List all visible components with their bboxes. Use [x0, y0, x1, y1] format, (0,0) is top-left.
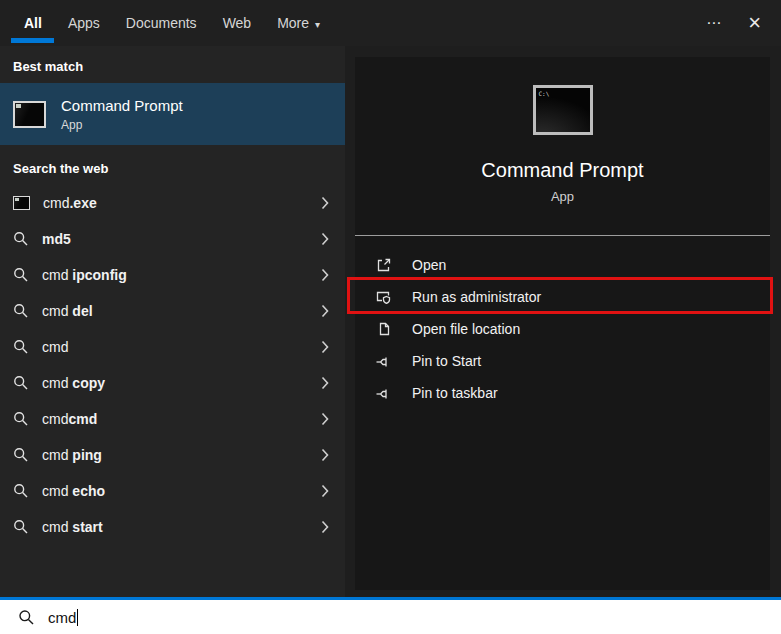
window-controls: ⋯ × — [706, 12, 761, 34]
search-icon — [13, 267, 29, 283]
tab-more-label: More — [277, 15, 309, 31]
suggestion-label: cmd.exe — [43, 195, 97, 211]
search-filter-bar: All Apps Documents Web More▾ ⋯ × — [0, 0, 781, 46]
command-prompt-icon — [13, 196, 30, 210]
suggestion-text: cmd — [43, 195, 69, 211]
suggestion-label: cmd ping — [42, 447, 102, 463]
search-suggestion-row[interactable]: cmd — [0, 329, 345, 365]
search-icon — [13, 519, 29, 535]
search-icon — [18, 609, 35, 626]
search-icon — [13, 447, 29, 463]
best-match-header: Best match — [0, 46, 345, 83]
best-match-result[interactable]: Command Prompt App — [0, 83, 345, 145]
suggestion-text: cmd — [42, 375, 72, 391]
tab-apps[interactable]: Apps — [68, 15, 100, 31]
pin-icon — [375, 385, 392, 402]
suggestion-text-bold: ping — [72, 447, 102, 463]
divider — [355, 235, 770, 236]
chevron-right-icon[interactable] — [321, 412, 329, 426]
suggestion-text-bold: ipconfig — [72, 267, 126, 283]
search-the-web-header: Search the web — [0, 145, 345, 185]
search-suggestion-row[interactable]: cmdcmd — [0, 401, 345, 437]
action-run-as-administrator[interactable]: Run as administrator — [355, 281, 770, 313]
command-prompt-icon-large — [533, 85, 593, 135]
chevron-right-icon[interactable] — [321, 520, 329, 534]
chevron-down-icon: ▾ — [315, 19, 320, 30]
suggestion-label: cmd copy — [42, 375, 105, 391]
search-suggestion-row[interactable]: cmd del — [0, 293, 345, 329]
suggestion-label: cmd del — [42, 303, 93, 319]
best-match-text: Command Prompt App — [61, 97, 183, 132]
app-title: Command Prompt — [355, 159, 770, 182]
tab-web[interactable]: Web — [223, 15, 252, 31]
action-label: Pin to Start — [412, 353, 481, 369]
search-icon — [13, 231, 29, 247]
search-suggestion-row[interactable]: cmd ping — [0, 437, 345, 473]
action-label: Pin to taskbar — [412, 385, 498, 401]
suggestion-label: cmd echo — [42, 483, 105, 499]
close-icon[interactable]: × — [748, 12, 761, 34]
chevron-right-icon[interactable] — [321, 232, 329, 246]
search-suggestion-row[interactable]: cmd.exe — [0, 185, 345, 221]
suggestion-text: cmd — [42, 411, 68, 427]
action-list: Open Run as administrator — [355, 249, 770, 409]
search-input[interactable]: cmd — [0, 597, 781, 634]
suggestion-text: cmd — [42, 339, 68, 355]
suggestion-text-bold: del — [72, 303, 92, 319]
action-pin-to-taskbar[interactable]: Pin to taskbar — [355, 377, 770, 409]
suggestion-text: cmd — [42, 447, 72, 463]
best-match-title: Command Prompt — [61, 97, 183, 114]
suggestion-text: cmd — [42, 519, 72, 535]
action-open-file-location[interactable]: Open file location — [355, 313, 770, 345]
search-suggestion-row[interactable]: cmd start — [0, 509, 345, 545]
windows-search-flyout: All Apps Documents Web More▾ ⋯ × Best ma… — [0, 0, 781, 634]
suggestion-text-bold: copy — [72, 375, 105, 391]
chevron-right-icon[interactable] — [321, 268, 329, 282]
search-suggestion-row[interactable]: cmd copy — [0, 365, 345, 401]
pin-icon — [375, 353, 392, 370]
chevron-right-icon[interactable] — [321, 340, 329, 354]
chevron-right-icon[interactable] — [321, 376, 329, 390]
run-as-administrator-icon — [375, 289, 392, 306]
suggestion-label: md5 — [42, 231, 71, 247]
action-label: Open file location — [412, 321, 520, 337]
chevron-right-icon[interactable] — [321, 448, 329, 462]
suggestion-text-bold: md5 — [42, 231, 71, 247]
search-icon — [13, 411, 29, 427]
search-query-text: cmd — [48, 609, 76, 626]
action-label: Run as administrator — [412, 289, 541, 305]
tab-all[interactable]: All — [24, 15, 42, 31]
best-match-subtitle: App — [61, 118, 183, 132]
text-caret — [77, 609, 78, 626]
chevron-right-icon[interactable] — [321, 196, 329, 210]
suggestion-text-bold: .exe — [69, 195, 96, 211]
more-options-icon[interactable]: ⋯ — [706, 14, 722, 32]
search-suggestion-row[interactable]: md5 — [0, 221, 345, 257]
action-open[interactable]: Open — [355, 249, 770, 281]
search-icon — [13, 339, 29, 355]
app-subtitle: App — [355, 189, 770, 204]
command-prompt-icon — [13, 101, 46, 128]
app-preview-panel: Command Prompt App Open — [355, 57, 770, 590]
action-label: Open — [412, 257, 446, 273]
action-pin-to-start[interactable]: Pin to Start — [355, 345, 770, 377]
suggestion-text-bold: start — [72, 519, 102, 535]
tab-documents[interactable]: Documents — [126, 15, 197, 31]
search-suggestion-row[interactable]: cmd ipconfig — [0, 257, 345, 293]
suggestion-label: cmd — [42, 339, 68, 355]
open-icon — [375, 257, 392, 273]
chevron-right-icon[interactable] — [321, 484, 329, 498]
suggestion-text-bold: echo — [72, 483, 105, 499]
tab-more[interactable]: More▾ — [277, 15, 320, 31]
search-icon — [13, 303, 29, 319]
search-suggestion-row[interactable]: cmd echo — [0, 473, 345, 509]
chevron-right-icon[interactable] — [321, 304, 329, 318]
preview-area: Command Prompt App Open — [345, 46, 781, 597]
suggestion-text: cmd — [42, 303, 72, 319]
suggestion-text: cmd — [42, 483, 72, 499]
suggestion-text-bold: cmd — [68, 411, 97, 427]
suggestion-text: cmd — [42, 267, 72, 283]
suggestion-label: cmd start — [42, 519, 103, 535]
suggestion-label: cmd ipconfig — [42, 267, 127, 283]
search-icon — [13, 375, 29, 391]
